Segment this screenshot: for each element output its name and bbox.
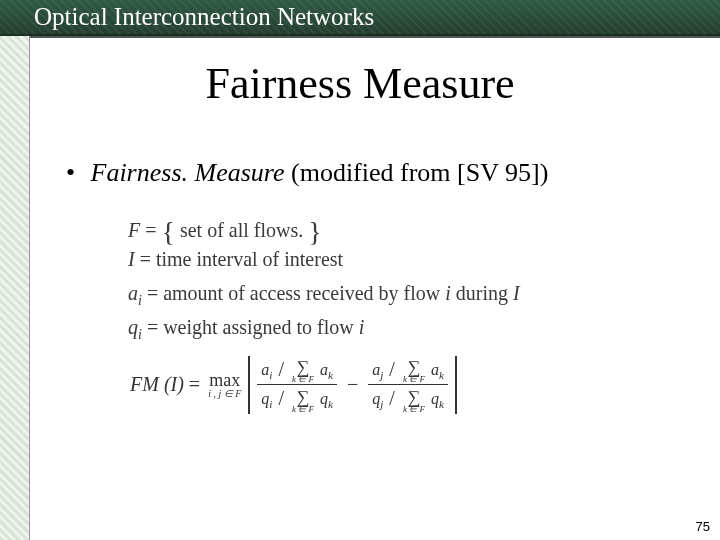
var-a: a xyxy=(431,361,439,378)
sub-k: k xyxy=(328,399,333,411)
max-condition: i , j ∈ F xyxy=(208,389,241,399)
def-a-Ivar: I xyxy=(513,282,520,304)
header-divider xyxy=(30,36,720,38)
def-a-lhs: a xyxy=(128,282,138,304)
slide-title: Fairness Measure xyxy=(0,58,720,109)
max-operator: max i , j ∈ F xyxy=(208,371,241,399)
sum-ak: ∑ k ∈ F xyxy=(403,359,425,383)
fraction-j-den: qj / ∑ k ∈ F qk xyxy=(368,385,448,413)
sub-k: k xyxy=(439,369,444,381)
sum-cond: k ∈ F xyxy=(403,405,425,413)
bullet-term: Fairness. Measure xyxy=(91,158,285,187)
slash-icon: / xyxy=(278,387,284,409)
sum-ak: ∑ k ∈ F xyxy=(292,359,314,383)
def-a-text1: amount of access received by flow xyxy=(163,282,445,304)
sum-cond: k ∈ F xyxy=(292,375,314,383)
abs-bar-right-icon xyxy=(455,356,457,414)
eq-sign: = xyxy=(145,219,156,241)
def-q-i: i xyxy=(359,316,365,338)
var-q: q xyxy=(320,390,328,407)
fraction-j: aj / ∑ k ∈ F ak qj / ∑ k ∈ F qk xyxy=(368,356,448,414)
definition-a: ai = amount of access received by flow i… xyxy=(128,282,520,309)
def-a-text2: during xyxy=(451,282,513,304)
sub-j: j xyxy=(380,399,383,411)
fm-of-I: FM (I) xyxy=(130,373,184,395)
var-a: a xyxy=(320,361,328,378)
sub-i: i xyxy=(269,399,272,411)
sub-i: i xyxy=(269,369,272,381)
var-q: q xyxy=(431,390,439,407)
slash-icon: / xyxy=(389,358,395,380)
header-bar: Optical Interconnection Networks xyxy=(0,0,720,36)
formula-lhs: FM (I) = xyxy=(130,373,200,396)
eq-sign: = xyxy=(147,282,158,304)
def-I-lhs: I xyxy=(128,248,135,270)
def-I-rhs: time interval of interest xyxy=(156,248,343,270)
definition-q: qi = weight assigned to flow i xyxy=(128,316,364,343)
sum-cond: k ∈ F xyxy=(403,375,425,383)
sub-k: k xyxy=(328,369,333,381)
abs-bar-left-icon xyxy=(248,356,250,414)
def-q-sub: i xyxy=(138,327,142,342)
definition-I: I = time interval of interest xyxy=(128,248,343,271)
eq-sign: = xyxy=(140,248,151,270)
bullet-rest: (modified from [SV 95]) xyxy=(291,158,548,187)
brace-left-icon: { xyxy=(162,216,175,247)
formula-row: FM (I) = max i , j ∈ F ai / ∑ k ∈ F ak q… xyxy=(130,356,460,414)
sum-qk: ∑ k ∈ F xyxy=(292,389,314,413)
sub-j: j xyxy=(380,369,383,381)
sum-cond: k ∈ F xyxy=(292,405,314,413)
sigma-icon: ∑ xyxy=(297,389,310,405)
fraction-i: ai / ∑ k ∈ F ak qi / ∑ k ∈ F qk xyxy=(257,356,337,414)
slash-icon: / xyxy=(389,387,395,409)
fraction-i-num: ai / ∑ k ∈ F ak xyxy=(257,356,337,384)
formula-fm: FM (I) = max i , j ∈ F ai / ∑ k ∈ F ak q… xyxy=(130,356,460,414)
definition-F: F = { set of all flows. } xyxy=(128,212,322,244)
brace-right-icon: } xyxy=(308,216,321,247)
minus-icon: − xyxy=(347,373,358,396)
eq-sign: = xyxy=(147,316,158,338)
bullet-item: • Fairness. Measure (modified from [SV 9… xyxy=(66,158,548,188)
bullet-dot: • xyxy=(66,158,84,188)
sum-qk: ∑ k ∈ F xyxy=(403,389,425,413)
def-q-lhs: q xyxy=(128,316,138,338)
sub-k: k xyxy=(439,399,444,411)
def-a-sub: i xyxy=(138,293,142,308)
sigma-icon: ∑ xyxy=(297,359,310,375)
sigma-icon: ∑ xyxy=(407,359,420,375)
def-F-lhs: F xyxy=(128,219,140,241)
def-F-rhs: set of all flows. xyxy=(180,219,303,241)
max-label: max xyxy=(209,371,240,389)
left-decorative-strip xyxy=(0,36,30,540)
header-title: Optical Interconnection Networks xyxy=(34,3,374,31)
sigma-icon: ∑ xyxy=(407,389,420,405)
def-q-text: weight assigned to flow xyxy=(163,316,359,338)
eq-sign: = xyxy=(189,373,200,395)
fraction-j-num: aj / ∑ k ∈ F ak xyxy=(368,356,448,384)
slash-icon: / xyxy=(278,358,284,380)
page-number: 75 xyxy=(696,519,710,534)
fraction-i-den: qi / ∑ k ∈ F qk xyxy=(257,385,337,413)
